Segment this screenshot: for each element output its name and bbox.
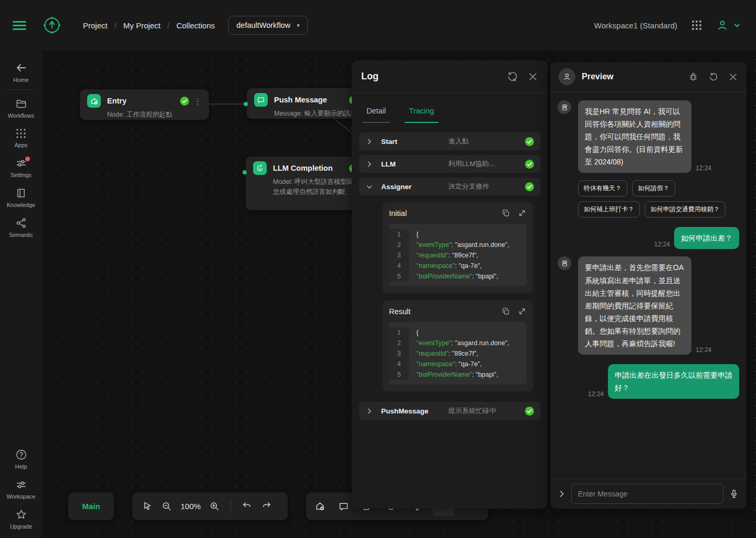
- suggestion-chip[interactable]: 如何請假？: [632, 180, 675, 196]
- sidebar-item-workspace[interactable]: Workspace: [0, 474, 42, 504]
- main-branch-button[interactable]: Main: [68, 492, 114, 520]
- success-check-icon: [525, 160, 534, 169]
- input-port[interactable]: [243, 170, 247, 174]
- close-icon[interactable]: [528, 71, 538, 82]
- sidebar-item-apps[interactable]: Apps: [0, 123, 42, 152]
- book-icon: [15, 187, 27, 199]
- palette-entry-node-icon[interactable]: [314, 501, 326, 512]
- sliders-icon: [15, 479, 27, 491]
- user-message: 12:24 申請出差在出發日多久以前需要申請好？: [558, 364, 739, 399]
- zoom-out-icon[interactable]: [161, 501, 172, 512]
- trace-row-start[interactable]: Start 進入點: [359, 132, 540, 150]
- notification-badge: [25, 157, 30, 161]
- success-check-icon: [525, 137, 534, 146]
- trace-row-assigner[interactable]: Assigner 決定分支條件: [359, 178, 540, 195]
- chevron-right-icon: [365, 407, 373, 415]
- top-bar: Project / My Project / Collections defau…: [0, 0, 756, 50]
- sidebar-item-upgrade[interactable]: Upgrade: [0, 504, 42, 534]
- node-title: Entry: [107, 97, 127, 105]
- timestamp: 12:24: [588, 390, 604, 398]
- zoom-level: 100%: [181, 502, 201, 511]
- message-bubble: 申請出差在出發日多久以前需要申請好？: [608, 364, 739, 399]
- suggestion-chip[interactable]: 如何補上班打卡？: [578, 201, 640, 218]
- node-entry[interactable]: Entry ⋮ Node: 工作流程的起點: [80, 89, 209, 120]
- back-arrow-icon: [15, 61, 27, 74]
- close-icon[interactable]: [728, 72, 738, 82]
- workspace-label: Workspace1 (Standard): [594, 21, 677, 30]
- cursor-tool-icon[interactable]: [142, 501, 153, 512]
- chevron-down-icon: [733, 21, 741, 29]
- code-card-title: Initial: [389, 209, 407, 218]
- trace-row-llm[interactable]: LLM 利用LLM協助...: [359, 155, 540, 173]
- copy-icon[interactable]: [501, 209, 510, 218]
- suggestion-chip[interactable]: 特休有幾天？: [578, 180, 627, 196]
- star-icon: [15, 509, 27, 521]
- node-title: LLM Completion: [273, 164, 333, 172]
- sidebar-item-semantic[interactable]: Semantic: [0, 212, 42, 242]
- log-panel: Log Detail Tracing Start 進入點 LLM 利用LLM協助…: [352, 60, 548, 509]
- node-subtitle: Node: 工作流程的起點: [107, 110, 202, 120]
- restart-icon[interactable]: [708, 71, 719, 82]
- collapse-input-icon[interactable]: [558, 490, 566, 498]
- account-menu[interactable]: [716, 19, 741, 32]
- breadcrumb-project[interactable]: Project: [83, 21, 108, 30]
- message-node-icon: [254, 93, 268, 107]
- message-input[interactable]: [571, 484, 723, 504]
- folder-icon: [15, 98, 27, 110]
- chevron-right-icon: [365, 160, 373, 168]
- user-icon: [716, 19, 729, 32]
- redo-icon[interactable]: [261, 501, 272, 512]
- node-menu-icon[interactable]: ⋮: [194, 97, 202, 105]
- llm-node-icon: [253, 161, 267, 175]
- bot-message: 我是HR 常見問答 AI，我可以回答你各項關於人資相關的問題，你可以問我任何問題…: [558, 100, 739, 173]
- copy-icon[interactable]: [501, 307, 510, 316]
- code-block[interactable]: 1{ 2"eventType": "asgard.run.done", 3"re…: [389, 322, 527, 384]
- apps-grid-icon: [15, 128, 27, 139]
- user-message: 12:24 如何申請出差？: [558, 227, 739, 249]
- app-launcher-icon[interactable]: [691, 19, 702, 31]
- sidebar-item-help[interactable]: Help: [0, 444, 42, 474]
- breadcrumb-my-project[interactable]: My Project: [123, 21, 161, 30]
- sidebar-item-knowledge[interactable]: Knowledge: [0, 182, 42, 212]
- entry-node-icon: [87, 94, 101, 108]
- chevron-down-icon: [365, 183, 373, 191]
- message-bubble: 如何申請出差？: [674, 227, 739, 249]
- chat-history[interactable]: 我是HR 常見問答 AI，我可以回答你各項關於人資相關的問題，你可以問我任何問題…: [550, 92, 747, 479]
- app-logo[interactable]: [42, 15, 62, 35]
- undo-icon[interactable]: [242, 501, 253, 512]
- trace-row-pushmessage[interactable]: PushMessage 提示系統忙碌中: [359, 402, 540, 420]
- palette-message-node-icon[interactable]: [338, 501, 349, 512]
- chevron-down-icon: ▾: [297, 22, 300, 29]
- expand-icon[interactable]: [518, 209, 527, 218]
- result-code-card: Result 1{ 2"eventType": "asgard.run.done…: [383, 301, 533, 391]
- expand-icon[interactable]: [518, 307, 527, 316]
- preview-panel: Preview 我是HR 常見問答 AI，我可以回答你各項關於人資相關的問題，你…: [550, 62, 747, 509]
- timestamp: 12:24: [696, 164, 711, 172]
- tab-detail[interactable]: Detail: [362, 107, 390, 123]
- hamburger-menu-icon[interactable]: [13, 19, 26, 32]
- suggestion-chip[interactable]: 如何申請交通費用核銷？: [645, 201, 726, 218]
- breadcrumb-collections[interactable]: Collections: [176, 21, 215, 30]
- code-card-title: Result: [389, 307, 411, 316]
- sidebar-item-workflows[interactable]: Workflows: [0, 93, 42, 123]
- code-block[interactable]: 1{ 2"eventType": "asgard.run.done", 3"re…: [389, 224, 527, 286]
- sidebar-item-home[interactable]: Home: [0, 57, 42, 87]
- node-title: Push Message: [274, 96, 327, 104]
- debug-icon[interactable]: [688, 71, 699, 82]
- input-port[interactable]: [244, 102, 248, 106]
- tab-tracing[interactable]: Tracing: [405, 107, 438, 123]
- log-tabs: Detail Tracing: [352, 93, 548, 123]
- zoom-in-icon[interactable]: [209, 501, 220, 512]
- workflow-selector-dropdown[interactable]: defaultWorkflow ▾: [228, 16, 307, 35]
- initial-code-card: Initial 1{ 2"eventType": "asgard.run.don…: [383, 202, 533, 293]
- chevron-right-icon: [365, 138, 373, 146]
- clear-history-icon[interactable]: [507, 71, 518, 82]
- left-sidebar: Home Workflows Apps Settings Knowledge S…: [0, 50, 42, 538]
- timestamp: 12:24: [654, 241, 670, 248]
- timestamp: 12:24: [696, 346, 711, 354]
- microphone-icon[interactable]: [729, 489, 739, 499]
- sidebar-item-settings[interactable]: Settings: [0, 152, 42, 182]
- avatar: [559, 68, 575, 85]
- workflow-selector-value: defaultWorkflow: [236, 21, 290, 29]
- message-bubble: 要申請出差，首先您需要在OA系統填寫出差申請單，並且送出給主管審核，同時提醒您出…: [578, 256, 691, 355]
